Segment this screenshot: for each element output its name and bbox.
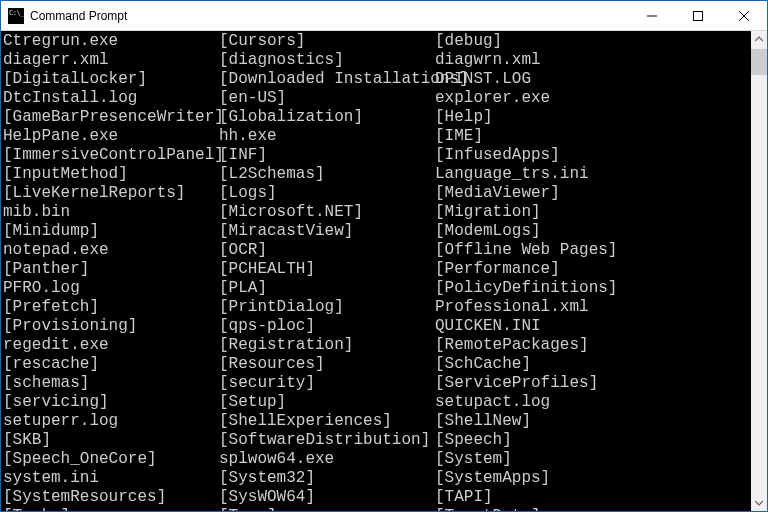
listing-row: [ImmersiveControlPanel][INF][InfusedApps… [3,146,751,165]
listing-cell: [schemas] [3,374,219,393]
listing-cell: explorer.exe [435,89,550,108]
listing-row: [LiveKernelReports][Logs][MediaViewer] [3,184,751,203]
listing-row: [Tasks][Temp][ToastData] [3,507,751,511]
listing-cell: [IME] [435,127,483,146]
listing-cell: Ctregrun.exe [3,32,219,51]
listing-cell: [System] [435,450,512,469]
listing-cell: [security] [219,374,435,393]
minimize-button[interactable] [629,1,675,30]
listing-cell: [diagnostics] [219,51,435,70]
listing-cell: [Tasks] [3,507,219,511]
listing-row: [Speech_OneCore]splwow64.exe[System] [3,450,751,469]
scroll-up-button[interactable] [751,31,767,47]
listing-cell: [debug] [435,32,502,51]
listing-cell: [Logs] [219,184,435,203]
listing-cell: [INF] [219,146,435,165]
listing-cell: [SKB] [3,431,219,450]
scroll-thumb[interactable] [751,49,767,75]
scroll-down-button[interactable] [751,495,767,511]
listing-cell: setuperr.log [3,412,219,431]
listing-row: [InputMethod][L2Schemas]Language_trs.ini [3,165,751,184]
window-controls [629,1,767,30]
listing-row: regedit.exe[Registration][RemotePackages… [3,336,751,355]
listing-cell: HelpPane.exe [3,127,219,146]
listing-cell: [PrintDialog] [219,298,435,317]
listing-row: [Provisioning][qps-ploc]QUICKEN.INI [3,317,751,336]
svg-rect-0 [694,11,703,20]
listing-cell: mib.bin [3,203,219,222]
listing-cell: [Setup] [219,393,435,412]
listing-cell: hh.exe [219,127,435,146]
listing-cell: [MiracastView] [219,222,435,241]
listing-row: DtcInstall.log[en-US]explorer.exe [3,89,751,108]
listing-cell: [DigitalLocker] [3,70,219,89]
listing-cell: [ModemLogs] [435,222,541,241]
listing-row: [servicing][Setup]setupact.log [3,393,751,412]
listing-cell: [Minidump] [3,222,219,241]
listing-cell: [ToastData] [435,507,541,511]
listing-cell: [Resources] [219,355,435,374]
listing-row: [SystemResources][SysWOW64][TAPI] [3,488,751,507]
listing-row: [SKB][SoftwareDistribution][Speech] [3,431,751,450]
scroll-track[interactable] [751,47,767,495]
listing-row: HelpPane.exehh.exe[IME] [3,127,751,146]
listing-cell: [en-US] [219,89,435,108]
listing-row: [rescache][Resources][SchCache] [3,355,751,374]
listing-cell: [GameBarPresenceWriter] [3,108,219,127]
listing-cell: [Provisioning] [3,317,219,336]
listing-cell: [RemotePackages] [435,336,589,355]
listing-cell: [L2Schemas] [219,165,435,184]
listing-cell: [qps-ploc] [219,317,435,336]
listing-cell: [TAPI] [435,488,493,507]
listing-cell: [Cursors] [219,32,435,51]
listing-cell: [PolicyDefinitions] [435,279,617,298]
listing-cell: [Speech_OneCore] [3,450,219,469]
listing-cell: [Prefetch] [3,298,219,317]
listing-cell: [ImmersiveControlPanel] [3,146,219,165]
listing-cell: Language_trs.ini [435,165,589,184]
listing-cell: setupact.log [435,393,550,412]
listing-row: diagerr.xml[diagnostics]diagwrn.xml [3,51,751,70]
listing-row: system.ini[System32][SystemApps] [3,469,751,488]
listing-cell: [Help] [435,108,493,127]
window-title: Command Prompt [30,9,629,23]
maximize-button[interactable] [675,1,721,30]
vertical-scrollbar[interactable] [751,31,767,511]
listing-row: [GameBarPresenceWriter][Globalization][H… [3,108,751,127]
listing-cell: [SchCache] [435,355,531,374]
listing-cell: splwow64.exe [219,450,435,469]
console-output[interactable]: Ctregrun.exe[Cursors][debug]diagerr.xml[… [1,31,751,511]
listing-cell: QUICKEN.INI [435,317,541,336]
listing-cell: [SystemApps] [435,469,550,488]
listing-cell: [Performance] [435,260,560,279]
listing-row: [Panther][PCHEALTH][Performance] [3,260,751,279]
listing-cell: DtcInstall.log [3,89,219,108]
app-icon [8,8,24,24]
listing-row: Ctregrun.exe[Cursors][debug] [3,32,751,51]
listing-cell: system.ini [3,469,219,488]
listing-cell: [System32] [219,469,435,488]
listing-row: setuperr.log[ShellExperiences][ShellNew] [3,412,751,431]
listing-cell: [SoftwareDistribution] [219,431,435,450]
listing-cell: [MediaViewer] [435,184,560,203]
listing-cell: diagerr.xml [3,51,219,70]
listing-row: [schemas][security][ServiceProfiles] [3,374,751,393]
close-button[interactable] [721,1,767,30]
listing-cell: [ServiceProfiles] [435,374,598,393]
listing-row: [DigitalLocker][Downloaded Installations… [3,70,751,89]
listing-cell: [Globalization] [219,108,435,127]
listing-cell: [PCHEALTH] [219,260,435,279]
listing-cell: Professional.xml [435,298,589,317]
listing-cell: [servicing] [3,393,219,412]
listing-cell: [Migration] [435,203,541,222]
listing-row: notepad.exe[OCR][Offline Web Pages] [3,241,751,260]
titlebar[interactable]: Command Prompt [1,1,767,31]
listing-cell: [Offline Web Pages] [435,241,617,260]
listing-cell: [Panther] [3,260,219,279]
listing-cell: [ShellNew] [435,412,531,431]
listing-cell: DPINST.LOG [435,70,531,89]
listing-cell: [Speech] [435,431,512,450]
listing-cell: notepad.exe [3,241,219,260]
console-client-area: Ctregrun.exe[Cursors][debug]diagerr.xml[… [1,31,767,511]
listing-cell: [Registration] [219,336,435,355]
